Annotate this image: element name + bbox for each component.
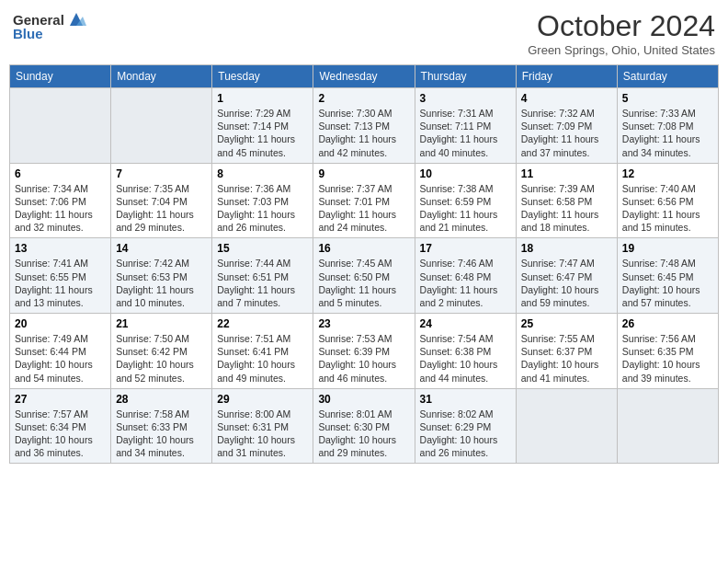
calendar-table: SundayMondayTuesdayWednesdayThursdayFrid… <box>9 64 719 464</box>
cell-line: Sunset: 7:03 PM <box>217 196 289 207</box>
cell-line: Sunrise: 7:55 AM <box>521 333 595 344</box>
calendar-week-row: 27Sunrise: 7:57 AMSunset: 6:34 PMDayligh… <box>10 388 719 464</box>
cell-line: Daylight: 11 hours and 5 minutes. <box>318 284 396 308</box>
cell-line: Daylight: 11 hours and 34 minutes. <box>622 133 700 157</box>
cell-line: Daylight: 10 hours and 41 minutes. <box>521 359 599 383</box>
day-number: 24 <box>420 317 511 330</box>
calendar-week-row: 13Sunrise: 7:41 AMSunset: 6:55 PMDayligh… <box>10 238 719 314</box>
day-number: 28 <box>116 393 207 406</box>
calendar-cell: 26Sunrise: 7:56 AMSunset: 6:35 PMDayligh… <box>617 314 718 389</box>
calendar-cell: 6Sunrise: 7:34 AMSunset: 7:06 PMDaylight… <box>10 163 111 238</box>
calendar-cell <box>10 88 111 164</box>
day-number: 3 <box>420 92 511 105</box>
cell-line: Sunrise: 7:44 AM <box>217 258 290 269</box>
cell-line: Sunrise: 7:54 AM <box>420 333 494 344</box>
cell-line: Daylight: 11 hours and 37 minutes. <box>521 133 599 157</box>
cell-line: Sunset: 7:11 PM <box>420 121 492 132</box>
cell-content: Sunrise: 7:32 AMSunset: 7:09 PMDaylight:… <box>521 107 612 159</box>
calendar-cell <box>516 388 617 464</box>
cell-content: Sunrise: 7:49 AMSunset: 6:44 PMDaylight:… <box>15 332 106 385</box>
month-title: October 2024 <box>528 9 715 43</box>
cell-content: Sunrise: 7:31 AMSunset: 7:11 PMDaylight:… <box>420 107 511 159</box>
calendar-week-row: 6Sunrise: 7:34 AMSunset: 7:06 PMDaylight… <box>10 163 719 238</box>
cell-content: Sunrise: 7:40 AMSunset: 6:56 PMDaylight:… <box>622 182 713 235</box>
day-number: 5 <box>622 92 713 105</box>
day-header-saturday: Saturday <box>617 65 718 88</box>
cell-line: Daylight: 10 hours and 39 minutes. <box>622 359 700 383</box>
day-number: 20 <box>15 317 106 330</box>
cell-line: Daylight: 11 hours and 29 minutes. <box>116 209 194 233</box>
cell-line: Daylight: 11 hours and 21 minutes. <box>420 209 498 233</box>
calendar-cell: 21Sunrise: 7:50 AMSunset: 6:42 PMDayligh… <box>111 314 212 389</box>
cell-line: Sunset: 6:31 PM <box>217 421 289 432</box>
cell-content: Sunrise: 7:41 AMSunset: 6:55 PMDaylight:… <box>15 257 106 309</box>
location: Green Springs, Ohio, United States <box>528 43 715 57</box>
calendar-header-row: SundayMondayTuesdayWednesdayThursdayFrid… <box>10 65 719 88</box>
cell-line: Daylight: 10 hours and 36 minutes. <box>15 434 93 458</box>
day-number: 10 <box>420 167 511 180</box>
cell-content: Sunrise: 7:53 AMSunset: 6:39 PMDaylight:… <box>318 332 409 385</box>
day-number: 22 <box>217 317 308 330</box>
calendar-cell: 8Sunrise: 7:36 AMSunset: 7:03 PMDaylight… <box>212 163 313 238</box>
day-header-thursday: Thursday <box>415 65 516 88</box>
cell-line: Sunset: 7:08 PM <box>622 121 694 132</box>
cell-content: Sunrise: 7:50 AMSunset: 6:42 PMDaylight:… <box>116 332 207 385</box>
calendar-cell: 2Sunrise: 7:30 AMSunset: 7:13 PMDaylight… <box>313 88 415 164</box>
cell-line: Daylight: 10 hours and 34 minutes. <box>116 434 194 458</box>
day-number: 16 <box>318 242 409 255</box>
cell-line: Sunrise: 7:34 AM <box>15 183 88 194</box>
cell-line: Sunset: 6:34 PM <box>15 421 86 432</box>
cell-content: Sunrise: 7:35 AMSunset: 7:04 PMDaylight:… <box>116 182 207 235</box>
calendar-cell: 30Sunrise: 8:01 AMSunset: 6:30 PMDayligh… <box>313 388 415 464</box>
cell-line: Sunrise: 7:29 AM <box>217 108 290 119</box>
cell-line: Sunrise: 8:01 AM <box>318 408 392 419</box>
cell-line: Sunrise: 7:42 AM <box>116 258 189 269</box>
calendar-cell: 4Sunrise: 7:32 AMSunset: 7:09 PMDaylight… <box>516 88 617 164</box>
calendar-cell: 29Sunrise: 8:00 AMSunset: 6:31 PMDayligh… <box>212 388 313 464</box>
cell-line: Sunrise: 7:46 AM <box>420 258 494 269</box>
cell-line: Sunset: 6:50 PM <box>318 271 390 282</box>
cell-line: Sunrise: 7:58 AM <box>116 408 189 419</box>
cell-content: Sunrise: 8:00 AMSunset: 6:31 PMDaylight:… <box>217 408 308 460</box>
cell-line: Sunset: 6:59 PM <box>420 196 492 207</box>
day-header-friday: Friday <box>516 65 617 88</box>
cell-line: Sunset: 6:42 PM <box>116 346 188 357</box>
cell-content: Sunrise: 7:33 AMSunset: 7:08 PMDaylight:… <box>622 107 713 159</box>
cell-line: Daylight: 11 hours and 2 minutes. <box>420 284 498 308</box>
day-number: 9 <box>318 167 409 180</box>
cell-line: Daylight: 11 hours and 32 minutes. <box>15 209 93 233</box>
cell-line: Sunset: 6:30 PM <box>318 421 390 432</box>
cell-content: Sunrise: 7:48 AMSunset: 6:45 PMDaylight:… <box>622 257 713 309</box>
cell-line: Sunset: 7:01 PM <box>318 196 390 207</box>
logo-icon <box>66 9 86 29</box>
cell-line: Sunset: 6:37 PM <box>521 346 593 357</box>
cell-line: Sunrise: 7:51 AM <box>217 333 290 344</box>
cell-line: Daylight: 11 hours and 45 minutes. <box>217 133 295 157</box>
calendar-cell: 16Sunrise: 7:45 AMSunset: 6:50 PMDayligh… <box>313 238 415 314</box>
day-number: 11 <box>521 167 612 180</box>
day-number: 2 <box>318 92 409 105</box>
calendar-cell: 25Sunrise: 7:55 AMSunset: 6:37 PMDayligh… <box>516 314 617 389</box>
cell-line: Daylight: 11 hours and 42 minutes. <box>318 133 396 157</box>
day-number: 15 <box>217 242 308 255</box>
cell-content: Sunrise: 7:46 AMSunset: 6:48 PMDaylight:… <box>420 257 511 309</box>
cell-line: Sunset: 7:13 PM <box>318 121 390 132</box>
cell-line: Sunrise: 7:47 AM <box>521 258 595 269</box>
cell-line: Sunrise: 7:41 AM <box>15 258 88 269</box>
cell-line: Sunrise: 7:35 AM <box>116 183 189 194</box>
cell-line: Sunrise: 7:30 AM <box>318 108 392 119</box>
cell-line: Sunrise: 8:02 AM <box>420 408 494 419</box>
day-number: 1 <box>217 92 308 105</box>
cell-line: Daylight: 10 hours and 29 minutes. <box>318 434 396 458</box>
day-header-wednesday: Wednesday <box>313 65 415 88</box>
calendar-cell: 1Sunrise: 7:29 AMSunset: 7:14 PMDaylight… <box>212 88 313 164</box>
cell-line: Sunrise: 7:56 AM <box>622 333 696 344</box>
cell-line: Sunrise: 7:33 AM <box>622 108 696 119</box>
calendar-cell: 17Sunrise: 7:46 AMSunset: 6:48 PMDayligh… <box>415 238 516 314</box>
calendar-cell: 7Sunrise: 7:35 AMSunset: 7:04 PMDaylight… <box>111 163 212 238</box>
calendar-cell: 14Sunrise: 7:42 AMSunset: 6:53 PMDayligh… <box>111 238 212 314</box>
cell-line: Sunset: 6:29 PM <box>420 421 492 432</box>
cell-line: Daylight: 11 hours and 15 minutes. <box>622 209 700 233</box>
cell-line: Sunrise: 7:38 AM <box>420 183 494 194</box>
day-number: 6 <box>15 167 106 180</box>
